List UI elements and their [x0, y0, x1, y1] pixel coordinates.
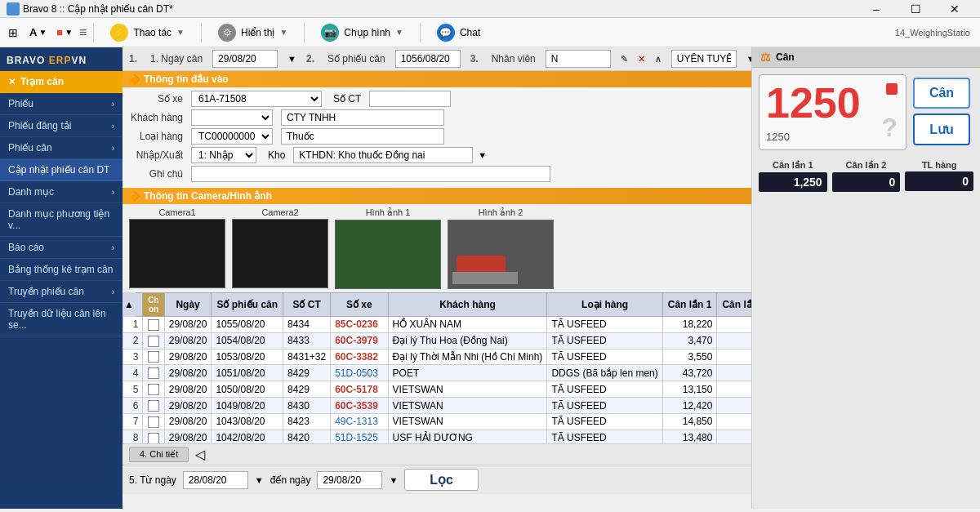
row-can1: 13,150 [662, 381, 717, 398]
sidebar-item-phieu-dang-tai[interactable]: Phiếu đăng tải › [0, 115, 122, 137]
checkbox[interactable] [148, 416, 159, 428]
scroll-left-icon[interactable]: ◁ [195, 447, 205, 462]
khach-hang-select[interactable] [191, 109, 273, 126]
sidebar-item-phieu[interactable]: Phiếu › [0, 93, 122, 115]
hinh1-box[interactable] [335, 220, 441, 289]
col-can1: Cân lần 1 [662, 293, 717, 317]
menu-chup-hinh[interactable]: 📷 Chụp hình ▼ [311, 20, 413, 45]
hamburger-btn[interactable]: ≡ [79, 25, 87, 40]
nhan-vien-name-input[interactable] [671, 50, 737, 68]
row-phieu: 1042/08/20 [212, 430, 283, 443]
checkbox[interactable] [148, 336, 159, 347]
row-khach: VIETSWAN [388, 413, 547, 430]
row-check[interactable] [143, 332, 164, 349]
row-check[interactable] [143, 430, 164, 443]
menu-separator4 [420, 23, 421, 42]
delete-icon[interactable]: ✕ [638, 54, 645, 65]
sidebar-item-truyen-phieu[interactable]: Truyền phiếu cân › [0, 281, 122, 303]
brand-vn: VN [71, 55, 87, 66]
table-row[interactable]: 8 29/08/20 1042/08/20 8420 51D-1525 USF … [123, 430, 752, 443]
nhap-xuat-select[interactable]: 1: Nhập [191, 147, 256, 163]
checkbox[interactable] [148, 319, 159, 331]
sidebar-item-phieu-can[interactable]: Phiếu cân › [0, 137, 122, 159]
format-a-btn[interactable]: A ▼ [26, 24, 50, 40]
so-ct-input[interactable] [369, 91, 451, 107]
luu-button[interactable]: Lưu [913, 114, 970, 145]
row-loai: TÃ USFEED [547, 349, 662, 365]
loai-hang-name-input[interactable] [281, 128, 444, 145]
so-phieu-input[interactable] [395, 50, 461, 68]
checkbox[interactable] [148, 367, 159, 379]
phieu-can-label: Phiếu cân [8, 142, 52, 154]
checkbox[interactable] [148, 384, 159, 395]
table-row[interactable]: 6 29/08/20 1049/08/20 8430 60C-3539 VIET… [123, 398, 752, 414]
checkbox[interactable] [148, 400, 159, 412]
row-khach: POET [388, 365, 547, 381]
sidebar-item-truyen-dl[interactable]: Truyền dữ liệu cân lên se... [0, 303, 122, 336]
tu-ngay-arrow[interactable]: ▼ [255, 475, 264, 485]
minimize-button[interactable]: – [858, 0, 895, 18]
can-lan1-item: Cân lần 1 1,250 [759, 160, 827, 192]
row-check[interactable] [143, 398, 164, 414]
row-check[interactable] [143, 413, 164, 430]
camera-label: Thông tin Camera/Hình ảnh [144, 190, 272, 202]
sidebar-item-bang-tk[interactable]: Bảng thống kê trạm cân [0, 259, 122, 281]
hinh2-box[interactable] [448, 220, 554, 289]
ngay-can-input[interactable] [212, 50, 278, 68]
camera2-box[interactable] [232, 219, 328, 288]
nhan-vien-input[interactable] [546, 50, 611, 68]
can-display: 1250 1250 ? Cân Lưu [752, 68, 980, 157]
can-buttons: Cân Lưu [913, 74, 973, 150]
table-row[interactable]: 2 29/08/20 1054/08/20 8433 60C-3979 Đại … [123, 332, 752, 349]
ghi-chu-input[interactable] [191, 166, 550, 182]
row-ngay: 29/08/20 [164, 381, 212, 398]
row-soxe: 60C-3979 [331, 332, 388, 349]
menu-thao-tac-label: Thao tác [133, 27, 172, 38]
sidebar-item-bao-cao[interactable]: Báo cáo › [0, 237, 122, 259]
loai-hang-select[interactable]: TC000000003... [191, 128, 273, 145]
menu-hien-thi[interactable]: ⚙ Hiển thị ▼ [208, 20, 297, 45]
color-btn[interactable]: ■ ▼ [53, 24, 76, 40]
row-loai: TÃ USFEED [547, 413, 662, 430]
checkbox[interactable] [148, 351, 159, 363]
camera1-box[interactable] [129, 219, 225, 288]
maximize-button[interactable]: ☐ [897, 0, 934, 18]
menu-chat[interactable]: 💬 Chat [427, 20, 490, 45]
sidebar-item-tram-can[interactable]: ✕ Trạm cân [0, 71, 122, 93]
so-xe-select[interactable]: 61A-71508 [191, 91, 322, 107]
table-body: 1 29/08/20 1055/08/20 8434 85C-0236 HỒ X… [123, 317, 752, 444]
loai-hang-label: Loại hàng [129, 131, 186, 142]
tu-ngay-input[interactable] [183, 471, 248, 489]
kho-dropdown[interactable]: ▼ [478, 150, 487, 160]
sort-indicator[interactable]: ▲ [122, 292, 136, 317]
edit-icon[interactable]: ✎ [621, 54, 628, 65]
den-ngay-arrow[interactable]: ▼ [389, 475, 398, 485]
checkbox[interactable] [148, 433, 159, 443]
table-row[interactable]: 1 29/08/20 1055/08/20 8434 85C-0236 HỒ X… [123, 317, 752, 333]
khach-hang-name-input[interactable] [281, 109, 444, 126]
chi-tiet-tab[interactable]: 4. Chi tiết [129, 447, 189, 462]
row-check[interactable] [143, 349, 164, 365]
kho-label: Kho [268, 149, 285, 161]
sidebar-item-danh-muc-pt[interactable]: Danh mục phương tiện v... [0, 203, 122, 237]
camera1-item: Camera1 [129, 207, 225, 289]
loc-button[interactable]: Lọc [404, 469, 479, 491]
date-dropdown-arrow[interactable]: ▼ [287, 54, 296, 64]
row-check[interactable] [143, 317, 164, 333]
kho-input[interactable] [293, 147, 473, 163]
row-num: 6 [123, 398, 143, 414]
expand-icon[interactable]: ∧ [655, 54, 662, 65]
table-row[interactable]: 7 29/08/20 1043/08/20 8423 49C-1313 VIET… [123, 413, 752, 430]
table-row[interactable]: 5 29/08/20 1050/08/20 8429 60C-5178 VIET… [123, 381, 752, 398]
table-row[interactable]: 4 29/08/20 1051/08/20 8429 51D-0503 POET… [123, 365, 752, 381]
close-button[interactable]: ✕ [936, 0, 973, 18]
row-check[interactable] [143, 381, 164, 398]
can-button[interactable]: Cân [913, 78, 970, 109]
row-check[interactable] [143, 365, 164, 381]
den-ngay-input[interactable] [317, 471, 382, 489]
table-row[interactable]: 3 29/08/20 1053/08/20 8431+32 60C-3382 Đ… [123, 349, 752, 365]
grid-icon-btn[interactable]: ⊞ [3, 24, 23, 41]
menu-thao-tac[interactable]: ⚡ Thao tác ▼ [100, 20, 194, 45]
sidebar-item-cap-nhat[interactable]: Cập nhật phiếu cân DT [0, 159, 122, 181]
sidebar-item-danh-muc[interactable]: Danh mục › [0, 181, 122, 203]
